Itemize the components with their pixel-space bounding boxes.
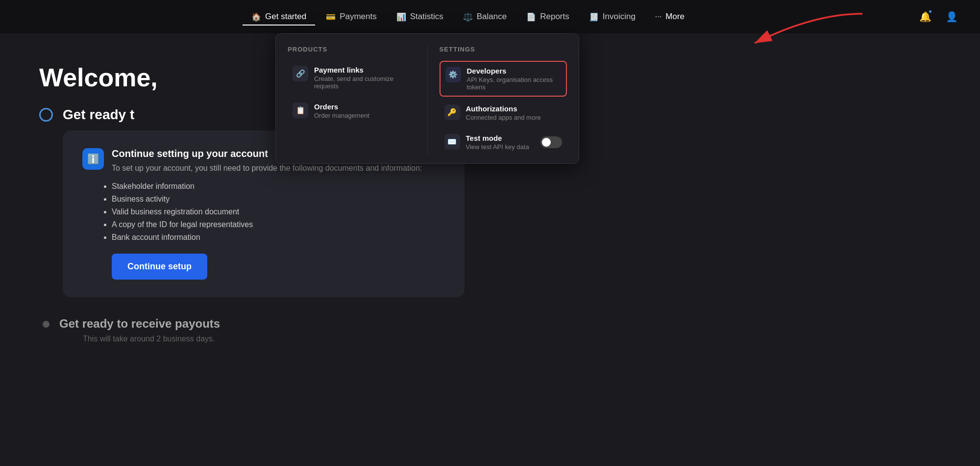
step-2-circle [43, 321, 49, 328]
dropdown-item-test-mode: ✉️ Test mode View test API key data [440, 129, 567, 155]
list-item: Bank account information [112, 233, 445, 242]
payment-links-title: Payment links [314, 66, 411, 74]
top-navigation: 🏠 Get started 💳 Payments 📊 Statistics ⚖️… [0, 0, 980, 33]
step-1-circle [39, 108, 53, 122]
test-mode-title: Test mode [466, 134, 529, 142]
products-column: Products 🔗 Payment links Create, send an… [276, 46, 427, 155]
card-info-icon: ℹ️ [82, 148, 104, 170]
list-item: Stakeholder information [112, 182, 445, 191]
more-dots-icon: ··· [655, 12, 662, 21]
list-item: Business activity [112, 195, 445, 204]
developers-title: Developers [467, 67, 562, 75]
developers-icon: ⚙️ [445, 67, 461, 82]
products-section-label: Products [288, 46, 416, 53]
developers-subtitle: API Keys, organisation access tokens [467, 76, 562, 91]
notification-badge [928, 9, 932, 14]
nav-item-get-started[interactable]: 🏠 Get started [243, 8, 315, 26]
step-2-sublabel: This will take around 2 business days. [83, 335, 220, 343]
nav-right: 🔔 👤 [916, 8, 960, 26]
nav-item-reports[interactable]: 📄 Reports [517, 8, 578, 26]
user-profile-button[interactable]: 👤 [943, 8, 960, 26]
notifications-button[interactable]: 🔔 [916, 8, 934, 26]
nav-item-payments[interactable]: 💳 Payments [317, 8, 386, 26]
continue-setup-button[interactable]: Continue setup [112, 254, 207, 280]
invoicing-icon: 🧾 [589, 12, 599, 22]
step-2-item: Get ready to receive payouts This will t… [39, 317, 941, 343]
orders-subtitle: Order management [314, 112, 369, 119]
toggle-knob [542, 138, 551, 147]
payment-links-subtitle: Create, send and customize requests [314, 75, 411, 90]
nav-item-balance[interactable]: ⚖️ Balance [454, 8, 515, 26]
orders-icon: 📋 [293, 103, 308, 118]
nav-item-more[interactable]: ··· More [646, 8, 693, 26]
list-item: A copy of the ID for legal representativ… [112, 220, 445, 229]
step-2-content: Get ready to receive payouts This will t… [59, 317, 220, 343]
dropdown-columns: Products 🔗 Payment links Create, send an… [276, 46, 579, 155]
nav-item-invoicing[interactable]: 🧾 Invoicing [580, 8, 644, 26]
card-description: To set up your account, you still need t… [112, 162, 422, 174]
test-mode-icon: ✉️ [444, 134, 460, 150]
step-1-label: Get ready t [63, 107, 134, 123]
settings-section-label: Settings [440, 46, 567, 53]
authorizations-title: Authorizations [466, 104, 541, 113]
payment-links-icon: 🔗 [293, 66, 308, 81]
dropdown-item-developers[interactable]: ⚙️ Developers API Keys, organisation acc… [440, 61, 567, 97]
nav-item-statistics[interactable]: 📊 Statistics [388, 8, 452, 26]
payments-icon: 💳 [326, 12, 336, 22]
orders-title: Orders [314, 103, 369, 111]
step-2-label: Get ready to receive payouts [59, 317, 220, 331]
card-requirements-list: Stakeholder information Business activit… [112, 182, 445, 242]
dropdown-item-payment-links[interactable]: 🔗 Payment links Create, send and customi… [288, 61, 416, 95]
list-item: Valid business registration document [112, 207, 445, 216]
authorizations-subtitle: Connected apps and more [466, 114, 541, 121]
more-dropdown-menu: Products 🔗 Payment links Create, send an… [275, 33, 579, 164]
statistics-icon: 📊 [396, 12, 406, 22]
authorizations-icon: 🔑 [444, 104, 460, 120]
settings-column: Settings ⚙️ Developers API Keys, organis… [427, 46, 579, 155]
reports-icon: 📄 [526, 12, 536, 22]
nav-center: 🏠 Get started 💳 Payments 📊 Statistics ⚖️… [20, 8, 916, 26]
test-mode-subtitle: View test API key data [466, 143, 529, 151]
balance-icon: ⚖️ [463, 12, 473, 22]
home-icon: 🏠 [251, 12, 261, 22]
dropdown-item-orders[interactable]: 📋 Orders Order management [288, 98, 416, 124]
dropdown-item-authorizations[interactable]: 🔑 Authorizations Connected apps and more [440, 100, 567, 126]
test-mode-toggle[interactable] [540, 136, 562, 148]
